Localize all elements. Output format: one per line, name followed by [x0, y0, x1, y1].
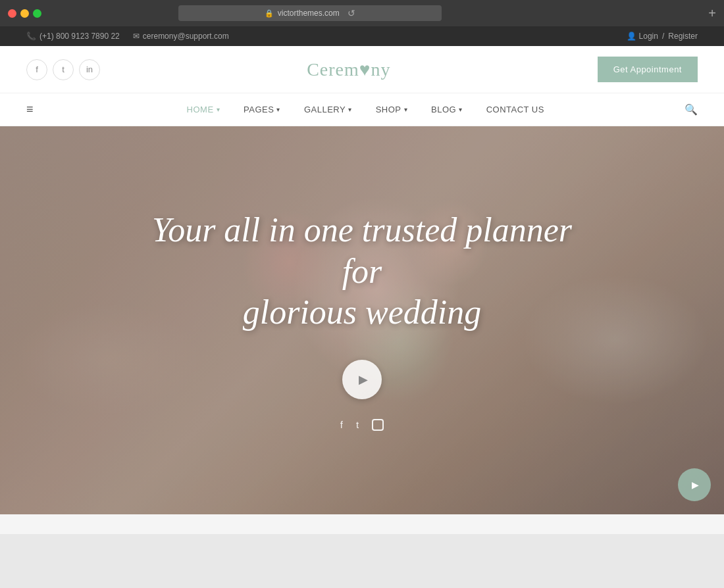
nav-blog-label: BLOG — [431, 105, 456, 114]
logo-text-end: ny — [371, 59, 390, 80]
top-bar-right: 👤 Login / Register — [627, 32, 698, 41]
nav-item-shop[interactable]: SHOP ▾ — [364, 95, 419, 124]
phone-item: 📞 (+1) 800 9123 7890 22 — [26, 32, 120, 41]
floating-play-button[interactable]: ▶ — [678, 468, 711, 501]
browser-chrome: 🔒 victorthemes.com ↺ + — [0, 0, 724, 26]
phone-icon: 📞 — [26, 32, 36, 41]
get-appointment-button[interactable]: Get Appointment — [598, 57, 698, 82]
hero-twitter-icon[interactable]: t — [356, 419, 359, 431]
nav-contact-label: CONTACT US — [486, 105, 544, 114]
email-icon: ✉ — [133, 32, 140, 41]
nav-pages-arrow: ▾ — [276, 106, 280, 113]
phone-number: (+1) 800 9123 7890 22 — [39, 32, 120, 41]
header: f t in Cerem♥ny Get Appointment — [0, 46, 724, 93]
logo-heart: ♥ — [359, 59, 371, 80]
logo[interactable]: Cerem♥ny — [307, 59, 390, 80]
nav-item-pages[interactable]: PAGES ▾ — [232, 95, 292, 124]
nav-pages-label: PAGES — [244, 105, 274, 114]
nav-item-contact[interactable]: CONTACT US — [475, 95, 556, 124]
play-icon: ▶ — [359, 372, 368, 387]
reload-icon[interactable]: ↺ — [348, 8, 355, 18]
register-link[interactable]: Register — [668, 32, 698, 41]
hero-title: Your all in one trusted planner for glor… — [132, 210, 592, 333]
hamburger-icon[interactable]: ≡ — [26, 103, 34, 116]
nav-shop-arrow: ▾ — [404, 106, 408, 113]
nav-gallery-label: GALLERY — [304, 105, 346, 114]
nav-item-home[interactable]: HOME ▾ — [175, 95, 232, 124]
nav-blog-arrow: ▾ — [459, 106, 463, 113]
top-bar: 📞 (+1) 800 9123 7890 22 ✉ ceremony@suppo… — [0, 26, 724, 46]
hero-instagram-icon[interactable] — [372, 419, 384, 431]
maximize-button[interactable] — [33, 9, 41, 18]
minimize-button[interactable] — [20, 9, 29, 18]
twitter-icon[interactable]: t — [53, 59, 74, 80]
nav-gallery-arrow: ▾ — [348, 106, 352, 113]
floating-play-icon: ▶ — [692, 479, 699, 490]
play-button[interactable]: ▶ — [342, 360, 382, 399]
nav-item-blog[interactable]: BLOG ▾ — [419, 95, 475, 124]
navbar: ≡ HOME ▾ PAGES ▾ GALLERY ▾ SHOP ▾ BLOG ▾ — [0, 93, 724, 126]
new-tab-button[interactable]: + — [708, 6, 716, 21]
hero-title-line1: Your all in one trusted planner for — [152, 211, 572, 289]
nav-links: HOME ▾ PAGES ▾ GALLERY ▾ SHOP ▾ BLOG ▾ C… — [47, 95, 685, 124]
social-icons: f t in — [26, 59, 100, 80]
separator: / — [662, 32, 664, 41]
lock-icon: 🔒 — [265, 9, 274, 18]
login-icon: 👤 — [627, 32, 636, 41]
bottom-strip — [0, 514, 724, 534]
hero-section: Your all in one trusted planner for glor… — [0, 126, 724, 514]
hero-social-icons: f t — [340, 419, 384, 431]
nav-item-gallery[interactable]: GALLERY ▾ — [292, 95, 364, 124]
nav-home-label: HOME — [187, 105, 214, 114]
hero-facebook-icon[interactable]: f — [340, 419, 343, 431]
hero-title-line2: glorious wedding — [243, 293, 482, 331]
url-text: victorthemes.com — [278, 9, 340, 18]
address-bar[interactable]: 🔒 victorthemes.com ↺ — [178, 5, 442, 21]
close-button[interactable] — [8, 9, 16, 18]
email-item: ✉ ceremony@support.com — [133, 32, 229, 41]
top-bar-left: 📞 (+1) 800 9123 7890 22 ✉ ceremony@suppo… — [26, 32, 229, 41]
traffic-lights — [8, 9, 41, 18]
website: 📞 (+1) 800 9123 7890 22 ✉ ceremony@suppo… — [0, 26, 724, 534]
logo-text-start: Cerem — [307, 59, 359, 80]
linkedin-icon[interactable]: in — [79, 59, 100, 80]
nav-home-arrow: ▾ — [217, 106, 220, 113]
facebook-icon[interactable]: f — [26, 59, 47, 80]
login-link[interactable]: Login — [639, 32, 658, 41]
email-address: ceremony@support.com — [143, 32, 229, 41]
nav-shop-label: SHOP — [376, 105, 401, 114]
search-icon[interactable]: 🔍 — [685, 103, 698, 116]
hero-content: Your all in one trusted planner for glor… — [0, 126, 724, 514]
